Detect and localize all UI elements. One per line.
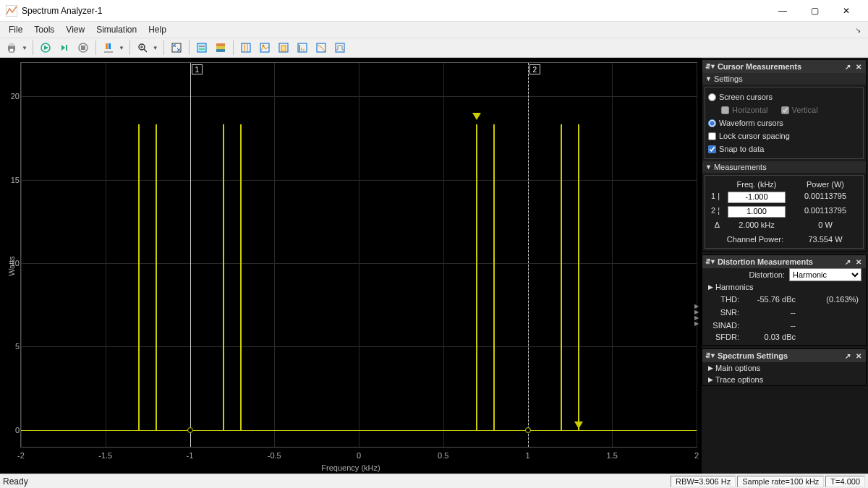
- distortion-label: Distortion:: [749, 270, 785, 279]
- x-axis-label: Frequency (kHz): [321, 463, 380, 472]
- snap-to-data-checkbox[interactable]: Snap to data: [708, 142, 860, 155]
- spectrum-spike: [240, 124, 242, 429]
- svg-point-26: [262, 45, 264, 47]
- spectrum-panel-header[interactable]: ⇵▼ Spectrum Settings ↗ ✕: [702, 349, 866, 362]
- cursor-2-freq-input[interactable]: 1.000: [728, 206, 786, 218]
- cursor-1-row: 1 | -1.000 0.00113795: [707, 190, 861, 205]
- cursor-panel-header[interactable]: ⇵▼ Cursor Measurements ↗ ✕: [702, 60, 866, 73]
- run-button[interactable]: [37, 40, 54, 56]
- main-area: Watts Frequency (kHz) -2-1.5-1-0.500.511…: [0, 58, 868, 474]
- screen-cursors-radio[interactable]: Screen cursors: [708, 90, 860, 103]
- svg-rect-8: [81, 46, 85, 50]
- spectrum-spike: [223, 124, 224, 429]
- cursor-line-2[interactable]: [528, 63, 529, 447]
- status-rbw: RBW=3.906 Hz: [671, 476, 736, 487]
- toolbar-expand-icon[interactable]: ↘: [851, 26, 865, 34]
- status-t: T=4.000: [825, 476, 865, 487]
- spectrogram-button[interactable]: [212, 40, 229, 56]
- distortion-button[interactable]: [294, 40, 311, 56]
- header-toggle-icon[interactable]: ⇵▼: [705, 63, 715, 70]
- menu-view[interactable]: View: [60, 23, 90, 36]
- channel-meas-button[interactable]: [275, 40, 292, 56]
- svg-rect-22: [242, 43, 250, 52]
- menu-file[interactable]: File: [3, 23, 28, 36]
- autoscale-button[interactable]: [168, 40, 185, 56]
- main-options-toggle[interactable]: ▶Main options: [702, 362, 866, 374]
- x-tick: 0.5: [438, 451, 448, 460]
- app-icon: [6, 5, 17, 17]
- distortion-panel: ⇵▼ Distortion Measurements ↗ ✕ Distortio…: [702, 254, 867, 346]
- cursor-measurements-panel: ⇵▼ Cursor Measurements ↗ ✕ ▼Settings Scr…: [702, 59, 867, 252]
- distortion-panel-header[interactable]: ⇵▼ Distortion Measurements ↗ ✕: [702, 255, 866, 268]
- y-tick: 15: [4, 176, 20, 184]
- cursor-dot-1[interactable]: [187, 427, 193, 433]
- distortion-select[interactable]: Harmonic: [789, 268, 861, 281]
- x-tick: 1.5: [607, 451, 618, 460]
- svg-line-12: [144, 49, 147, 52]
- spectrum-spike: [561, 124, 562, 429]
- print-dropdown-icon[interactable]: ▼: [20, 45, 29, 51]
- statusbar: Ready RBW=3.906 Hz Sample rate=100 kHz T…: [0, 474, 868, 488]
- horizontal-checkbox[interactable]: Horizontal Vertical: [708, 103, 860, 116]
- delta-row: Δ 2.000 kHz 0 W: [707, 219, 861, 231]
- step-button[interactable]: [56, 40, 73, 56]
- menu-tools[interactable]: Tools: [28, 23, 60, 36]
- cursor-dot-2[interactable]: [525, 427, 531, 433]
- x-tick: 0: [357, 451, 361, 460]
- cursors-tool-button[interactable]: [237, 40, 255, 56]
- peak-finder-button[interactable]: [256, 40, 273, 56]
- trace-options-toggle[interactable]: ▶Trace options: [702, 374, 866, 385]
- zoom-dropdown-icon[interactable]: ▼: [151, 45, 160, 51]
- maximize-button[interactable]: ▢: [799, 0, 830, 22]
- channel-power-row: Channel Power: 73.554 W: [707, 231, 861, 245]
- plot-canvas[interactable]: -2-1.5-1-0.500.511.520510152012: [20, 62, 697, 448]
- cursor-line-1[interactable]: [190, 63, 191, 447]
- legend-button[interactable]: [193, 40, 210, 56]
- spectral-mask-button[interactable]: [331, 40, 349, 56]
- stop-button[interactable]: [75, 40, 92, 56]
- waveform-cursors-radio[interactable]: Waveform cursors: [708, 116, 860, 129]
- menu-help[interactable]: Help: [142, 23, 172, 36]
- svg-rect-10: [109, 43, 111, 49]
- menu-simulation[interactable]: Simulation: [90, 23, 142, 36]
- spectrum-spike: [578, 124, 579, 429]
- minimize-button[interactable]: —: [767, 0, 799, 22]
- peak-marker-2[interactable]: [574, 421, 583, 429]
- cursor-2-row: 2 ¦ 1.000 0.00113795: [707, 205, 861, 219]
- peak-marker-1[interactable]: [472, 113, 481, 120]
- header-toggle-icon[interactable]: ⇵▼: [705, 258, 715, 265]
- plot-area[interactable]: Watts Frequency (kHz) -2-1.5-1-0.500.511…: [0, 58, 702, 474]
- close-button[interactable]: ✕: [830, 0, 862, 22]
- status-sample-rate: Sample rate=100 kHz: [737, 476, 824, 487]
- titlebar: Spectrum Analyzer-1 — ▢ ✕: [0, 0, 868, 22]
- cursor-measurements-header[interactable]: ▼Measurements: [702, 161, 866, 173]
- spectrum-spike: [156, 124, 157, 429]
- svg-rect-21: [216, 46, 225, 49]
- lock-spacing-checkbox[interactable]: Lock cursor spacing: [708, 129, 860, 142]
- x-tick: -1.5: [98, 451, 112, 460]
- svg-rect-34: [336, 43, 344, 52]
- spectrum-spike: [493, 124, 495, 429]
- panel-undock-close-icon[interactable]: ↗ ✕: [845, 63, 863, 71]
- window-title: Spectrum Analyzer-1: [22, 6, 767, 16]
- panel-undock-close-icon[interactable]: ↗ ✕: [845, 352, 863, 360]
- highlight-button[interactable]: [100, 40, 117, 56]
- cursor-label-1[interactable]: 1: [192, 64, 203, 74]
- print-button[interactable]: [3, 40, 20, 56]
- toolbar: ▼ ▼ ▼: [0, 38, 868, 58]
- sinad-row: SINAD:--: [702, 319, 866, 332]
- svg-rect-20: [216, 43, 225, 46]
- ccdf-button[interactable]: [312, 40, 330, 56]
- cursor-label-2[interactable]: 2: [529, 64, 541, 74]
- panel-collapse-arrows[interactable]: ▶▶▶▶: [694, 304, 702, 327]
- highlight-dropdown-icon[interactable]: ▼: [117, 45, 126, 51]
- menubar: File Tools View Simulation Help ↘: [0, 22, 868, 38]
- header-toggle-icon[interactable]: ⇵▼: [705, 352, 715, 359]
- panel-undock-close-icon[interactable]: ↗ ✕: [845, 258, 863, 266]
- cursor-settings-header[interactable]: ▼Settings: [702, 73, 866, 85]
- harmonics-toggle[interactable]: ▶Harmonics: [702, 281, 866, 293]
- cursor-1-freq-input[interactable]: -1.000: [728, 192, 786, 203]
- zoom-button[interactable]: [134, 40, 151, 56]
- spectrum-settings-panel: ⇵▼ Spectrum Settings ↗ ✕ ▶Main options ▶…: [702, 348, 867, 386]
- x-tick: -2: [17, 451, 25, 460]
